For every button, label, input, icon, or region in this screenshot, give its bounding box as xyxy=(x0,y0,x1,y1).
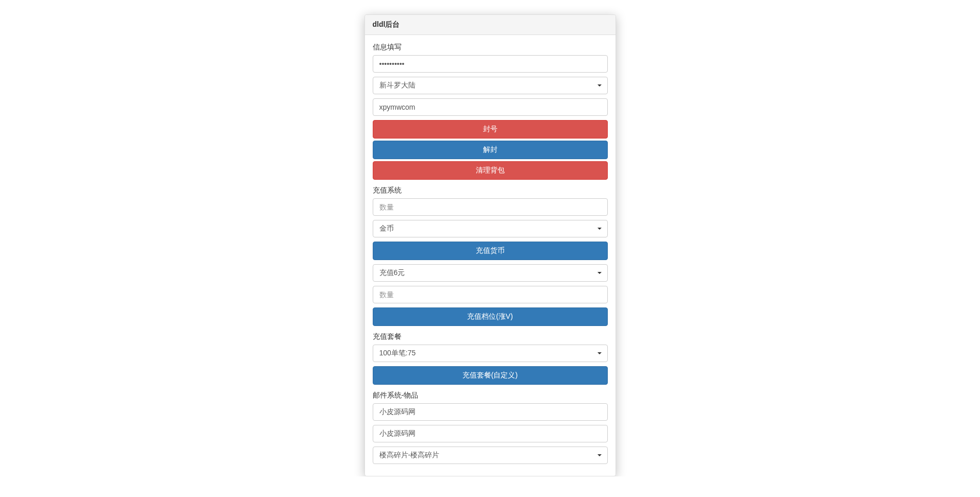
server-select[interactable]: 新斗罗大陆 xyxy=(373,77,608,94)
section-package-label: 充值套餐 xyxy=(373,332,608,341)
recharge-quantity-input[interactable] xyxy=(373,198,608,216)
mail-item-select-wrap: 楼高碎片-楼高碎片 xyxy=(373,447,608,464)
package-select-wrap: 100单笔:75 xyxy=(373,345,608,362)
panel-body: 信息填写 新斗罗大陆 封号 解封 清理背包 充值系统 金币 充值货币 充值6元 … xyxy=(365,35,616,476)
server-select-wrap: 新斗罗大陆 xyxy=(373,77,608,94)
unban-button[interactable]: 解封 xyxy=(373,141,608,159)
charge-currency-button[interactable]: 充值货币 xyxy=(373,242,608,260)
account-input[interactable] xyxy=(373,98,608,116)
currency-select-wrap: 金币 xyxy=(373,220,608,237)
mail-field1-input[interactable] xyxy=(373,403,608,421)
tier-select[interactable]: 充值6元 xyxy=(373,264,608,282)
panel-title: dldl后台 xyxy=(365,15,616,35)
section-mail-label: 邮件系统-物品 xyxy=(373,391,608,400)
tier-quantity-input[interactable] xyxy=(373,286,608,303)
clear-bag-button[interactable]: 清理背包 xyxy=(373,161,608,180)
password-input[interactable] xyxy=(373,55,608,73)
ban-button[interactable]: 封号 xyxy=(373,120,608,139)
mail-field2-input[interactable] xyxy=(373,425,608,442)
charge-tier-button[interactable]: 充值档位(涨V) xyxy=(373,307,608,326)
currency-select[interactable]: 金币 xyxy=(373,220,608,237)
charge-package-button[interactable]: 充值套餐(自定义) xyxy=(373,366,608,385)
section-recharge-label: 充值系统 xyxy=(373,186,608,195)
tier-select-wrap: 充值6元 xyxy=(373,264,608,282)
admin-panel: dldl后台 信息填写 新斗罗大陆 封号 解封 清理背包 充值系统 金币 充值货… xyxy=(364,14,616,476)
mail-item-select[interactable]: 楼高碎片-楼高碎片 xyxy=(373,447,608,464)
section-info-label: 信息填写 xyxy=(373,43,608,52)
package-select[interactable]: 100单笔:75 xyxy=(373,345,608,362)
